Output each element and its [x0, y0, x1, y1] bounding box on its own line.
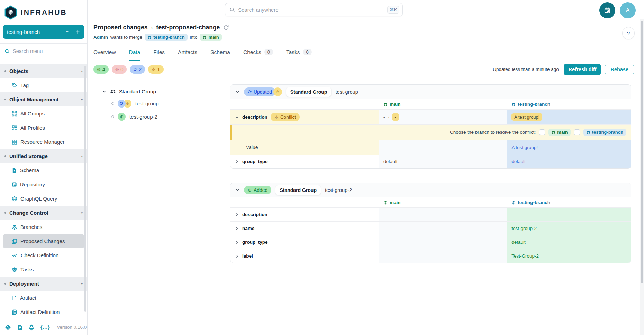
- branch-value: Test-Group-2: [511, 253, 539, 259]
- diff-row-group-type[interactable]: group_type default default: [230, 155, 631, 168]
- chevron-right-icon[interactable]: [235, 160, 239, 164]
- sidebar-item-all-groups[interactable]: All Groups: [0, 106, 87, 121]
- global-search-input[interactable]: [238, 7, 384, 13]
- sync-icon: ⟳: [248, 90, 252, 94]
- rebase-button[interactable]: Rebase: [605, 64, 634, 75]
- tab-schema[interactable]: Schema: [210, 49, 230, 61]
- api-braces-icon[interactable]: {...}: [40, 325, 50, 330]
- branch-value: A test group!: [511, 145, 538, 150]
- testing-branch-checkbox[interactable]: [574, 129, 580, 135]
- object-name: test-group: [335, 89, 358, 95]
- chevron-down-icon[interactable]: [235, 90, 240, 94]
- main-branch-checkbox[interactable]: [539, 129, 545, 135]
- sidebar-section-change-control[interactable]: Change Control ▾: [0, 206, 87, 220]
- tab-data[interactable]: Data: [129, 49, 140, 61]
- git-icon[interactable]: [5, 324, 11, 331]
- menu-search: [0, 44, 87, 59]
- chevron-right-icon[interactable]: [235, 254, 239, 258]
- sidebar-section-object-management[interactable]: Object Management ▾: [0, 92, 87, 106]
- main-column-header: main: [379, 197, 507, 207]
- new-value-chip: -: [392, 113, 399, 121]
- sidebar-item-schema[interactable]: Schema: [0, 163, 87, 177]
- chevron-right-icon[interactable]: [235, 226, 239, 231]
- logo[interactable]: INFRAHUB: [0, 0, 87, 21]
- sync-icon: ⟳: [133, 67, 137, 72]
- source-branch-badge[interactable]: testing-branch: [145, 34, 187, 41]
- sidebar-section-objects[interactable]: Objects ▾: [0, 64, 87, 78]
- attribute-name: description: [242, 212, 267, 217]
- help-button[interactable]: ?: [622, 27, 635, 39]
- diff-cards-pane: ⟳Updated ⚠ Standard Group test-group mai…: [226, 78, 644, 335]
- sidebar-section-deployment[interactable]: Deployment ▾: [0, 277, 87, 291]
- refresh-icon[interactable]: [223, 25, 229, 30]
- branch-selector[interactable]: testing-branch: [3, 25, 84, 39]
- menu-search-input[interactable]: [13, 48, 83, 54]
- attribute-name: group_type: [242, 240, 268, 245]
- current-branch-label: testing-branch: [7, 29, 61, 35]
- sidebar-item-tasks[interactable]: Tasks: [0, 262, 87, 277]
- testing-branch-badge[interactable]: testing-branch: [583, 129, 626, 136]
- scrollbar-thumb[interactable]: [641, 21, 643, 283]
- sidebar-item-repository[interactable]: Repository: [0, 177, 87, 192]
- sidebar-item-check-definition[interactable]: Check Definition: [0, 248, 87, 262]
- tree-node-test-group[interactable]: ⟳ ⚠ test-group: [111, 100, 226, 108]
- sidebar-scrollbar[interactable]: [84, 66, 86, 312]
- sidebar-item-tag[interactable]: Tag: [0, 78, 87, 92]
- target-branch-badge[interactable]: main: [200, 34, 221, 41]
- chevron-right-icon[interactable]: [235, 213, 239, 217]
- page-scrollbar[interactable]: [640, 19, 644, 335]
- diff-row-description[interactable]: description -: [230, 207, 631, 221]
- sidebar-item-proposed-changes[interactable]: Proposed Changes: [3, 234, 84, 248]
- tab-artifacts[interactable]: Artifacts: [178, 49, 197, 61]
- create-branch-button[interactable]: [75, 29, 80, 35]
- diff-row-name[interactable]: name test-group-2: [230, 221, 631, 235]
- diff-card-header[interactable]: ⟳Updated ⚠ Standard Group test-group: [230, 85, 631, 99]
- conflict-badge: ⚠Conflict: [271, 113, 300, 121]
- docs-icon[interactable]: [17, 324, 22, 331]
- sidebar-item-artifact-definition[interactable]: Artifact Definition: [0, 305, 87, 319]
- chevron-down-icon[interactable]: [235, 115, 239, 119]
- tab-tasks[interactable]: Tasks0: [286, 49, 312, 61]
- main-branch-badge[interactable]: main: [548, 129, 570, 136]
- tab-files[interactable]: Files: [153, 49, 165, 61]
- sidebar-item-resource-manager[interactable]: Resource Manager: [0, 135, 87, 149]
- diff-row-label[interactable]: label Test-Group-2: [230, 249, 631, 263]
- tasks-calendar-button[interactable]: [599, 2, 615, 18]
- tab-checks[interactable]: Checks0: [243, 49, 273, 61]
- column-header-row: main testing-branch: [230, 197, 631, 207]
- tree-node-standard-group[interactable]: Standard Group: [102, 89, 226, 94]
- tree-node-test-group-2[interactable]: ⊕ test-group-2: [111, 113, 226, 121]
- page-header: Proposed changes › test-proposed-change …: [88, 19, 644, 61]
- attribute-name: label: [242, 253, 253, 259]
- sidebar-item-graphql-query[interactable]: GraphQL Query: [0, 192, 87, 206]
- diff-card-test-group: ⟳Updated ⚠ Standard Group test-group mai…: [230, 84, 631, 169]
- branch-column-header: testing-branch: [507, 99, 631, 109]
- avatar[interactable]: A: [620, 2, 636, 18]
- bullet-icon: [4, 99, 6, 100]
- node-status-badges: ⊕: [118, 113, 126, 121]
- added-count-badge: ⊕4: [93, 65, 109, 74]
- graphql-icon[interactable]: [28, 324, 35, 331]
- diff-row-group-type[interactable]: group_type default: [230, 235, 631, 249]
- branch-icon: [586, 130, 590, 134]
- chevron-down-icon[interactable]: [102, 89, 107, 94]
- sidebar-section-unified-storage[interactable]: Unified Storage ▾: [0, 149, 87, 163]
- diff-row-description[interactable]: description ⚠Conflict - › - A test group…: [230, 109, 631, 124]
- sidebar-item-all-profiles[interactable]: All Profiles: [0, 121, 87, 135]
- chevron-right-icon[interactable]: [235, 240, 239, 244]
- calendar-clock-icon: [604, 7, 611, 14]
- checks-count-badge: 0: [264, 49, 273, 55]
- kind-badge: Standard Group: [275, 185, 321, 195]
- diff-content: Standard Group ⟳ ⚠ test-group: [88, 78, 644, 335]
- sidebar-item-branches[interactable]: Branches: [0, 220, 87, 234]
- refresh-diff-button[interactable]: Refresh diff: [564, 64, 601, 75]
- tab-overview[interactable]: Overview: [93, 49, 116, 61]
- breadcrumb-parent[interactable]: Proposed changes: [93, 24, 148, 31]
- sidebar-item-artifact[interactable]: Artifact: [0, 291, 87, 305]
- diff-card-header[interactable]: ⊕Added Standard Group test-group-2: [230, 183, 631, 197]
- chevron-down-icon[interactable]: [235, 188, 240, 192]
- diff-toolbar: ⊕4 ⊖0 ⟳2 ⚠1 Updated less than a minute a…: [88, 61, 644, 78]
- users-icon: [110, 89, 116, 94]
- chevron-down-icon[interactable]: [65, 29, 70, 34]
- main-column-header: main: [379, 99, 507, 109]
